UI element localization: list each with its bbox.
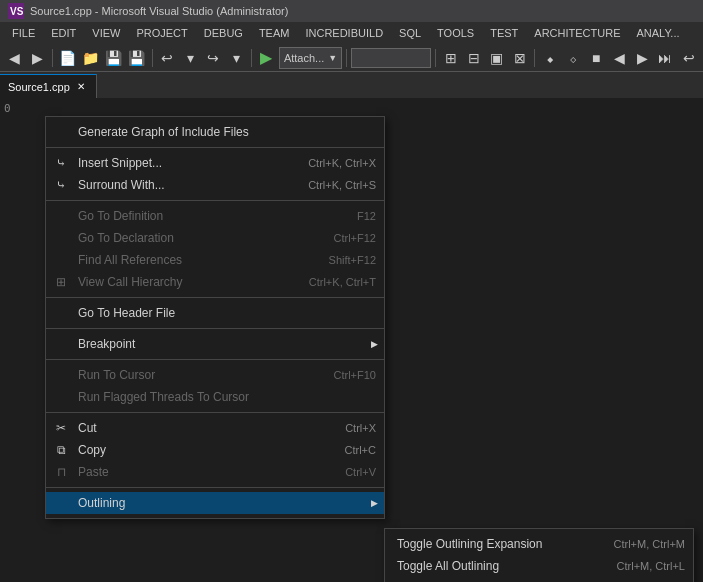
toolbar-sep-6 xyxy=(534,49,535,67)
svg-text:VS: VS xyxy=(10,6,24,17)
surround-icon: ⤷ xyxy=(52,176,70,194)
ctx-go-to-decl[interactable]: Go To Declaration Ctrl+F12 xyxy=(46,227,384,249)
outlining-submenu: Toggle Outlining Expansion Ctrl+M, Ctrl+… xyxy=(384,528,694,582)
ctx-sep-1 xyxy=(46,147,384,148)
tool-btn-5[interactable]: ⬥ xyxy=(539,47,560,69)
ctx-insert-snippet-label: Insert Snippet... xyxy=(78,156,292,170)
ctx-generate-graph[interactable]: Generate Graph of Include Files xyxy=(46,121,384,143)
attach-button[interactable]: Attach... ▼ xyxy=(279,47,342,69)
menu-sql[interactable]: SQL xyxy=(391,25,429,41)
sub-stop-outlining[interactable]: Stop Outlining Ctrl+M, Ctrl+P xyxy=(385,577,693,582)
ctx-surround-with[interactable]: ⤷ Surround With... Ctrl+K, Ctrl+S xyxy=(46,174,384,196)
ctx-view-call-hier-label: View Call Hierarchy xyxy=(78,275,293,289)
tab-source1[interactable]: Source1.cpp ✕ xyxy=(0,74,97,98)
ctx-paste[interactable]: ⊓ Paste Ctrl+V xyxy=(46,461,384,483)
start-button[interactable]: ▶ xyxy=(256,47,277,69)
ctx-breakpoint-label: Breakpoint xyxy=(78,337,376,351)
undo-button[interactable]: ↩ xyxy=(156,47,177,69)
toolbar-sep-5 xyxy=(435,49,436,67)
menu-architecture[interactable]: ARCHITECTURE xyxy=(526,25,628,41)
toolbar: ◀ ▶ 📄 📁 💾 💾 ↩ ▾ ↪ ▾ ▶ Attach... ▼ ⊞ ⊟ ▣ … xyxy=(0,44,703,72)
snippet-icon: ⤷ xyxy=(52,154,70,172)
ctx-go-to-def-shortcut: F12 xyxy=(341,210,376,222)
menu-bar: FILE EDIT VIEW PROJECT DEBUG TEAM INCRED… xyxy=(0,22,703,44)
ctx-go-to-decl-shortcut: Ctrl+F12 xyxy=(318,232,377,244)
ctx-cut[interactable]: ✂ Cut Ctrl+X xyxy=(46,417,384,439)
ctx-go-to-def-label: Go To Definition xyxy=(78,209,341,223)
editor-area[interactable]: 0 Generate Graph of Include Files ⤷ Inse… xyxy=(0,98,703,582)
menu-test[interactable]: TEST xyxy=(482,25,526,41)
ctx-sep-6 xyxy=(46,412,384,413)
save-all-button[interactable]: 💾 xyxy=(126,47,147,69)
ctx-insert-snippet[interactable]: ⤷ Insert Snippet... Ctrl+K, Ctrl+X xyxy=(46,152,384,174)
ctx-sep-5 xyxy=(46,359,384,360)
tool-btn-9[interactable]: ▶ xyxy=(632,47,653,69)
tool-btn-4[interactable]: ⊠ xyxy=(509,47,530,69)
ctx-breakpoint[interactable]: Breakpoint xyxy=(46,333,384,355)
menu-view[interactable]: VIEW xyxy=(84,25,128,41)
sub-toggle-all-outlining[interactable]: Toggle All Outlining Ctrl+M, Ctrl+L xyxy=(385,555,693,577)
ctx-find-all-ref-label: Find All References xyxy=(78,253,313,267)
sub-toggle-outlining-exp[interactable]: Toggle Outlining Expansion Ctrl+M, Ctrl+… xyxy=(385,533,693,555)
ctx-outlining-label: Outlining xyxy=(78,496,376,510)
ctx-sep-7 xyxy=(46,487,384,488)
sub-toggle-outlining-exp-label: Toggle Outlining Expansion xyxy=(397,537,598,551)
vs-logo: VS xyxy=(8,3,24,19)
redo-button[interactable]: ↪ xyxy=(203,47,224,69)
menu-team[interactable]: TEAM xyxy=(251,25,298,41)
ctx-run-flagged-label: Run Flagged Threads To Cursor xyxy=(78,390,376,404)
tool-btn-2[interactable]: ⊟ xyxy=(463,47,484,69)
ctx-copy-label: Copy xyxy=(78,443,329,457)
ctx-run-to-cursor-shortcut: Ctrl+F10 xyxy=(318,369,377,381)
ctx-sep-2 xyxy=(46,200,384,201)
menu-tools[interactable]: TOOLS xyxy=(429,25,482,41)
tool-btn-7[interactable]: ■ xyxy=(586,47,607,69)
menu-incredibuild[interactable]: INCREDIBUILD xyxy=(297,25,391,41)
menu-debug[interactable]: DEBUG xyxy=(196,25,251,41)
ctx-copy[interactable]: ⧉ Copy Ctrl+C xyxy=(46,439,384,461)
ctx-outlining[interactable]: Outlining xyxy=(46,492,384,514)
forward-button[interactable]: ▶ xyxy=(27,47,48,69)
title-bar: VS Source1.cpp - Microsoft Visual Studio… xyxy=(0,0,703,22)
back-button[interactable]: ◀ xyxy=(4,47,25,69)
ctx-go-to-def[interactable]: Go To Definition F12 xyxy=(46,205,384,227)
undo-dropdown[interactable]: ▾ xyxy=(180,47,201,69)
ctx-run-flagged[interactable]: Run Flagged Threads To Cursor xyxy=(46,386,384,408)
tool-btn-8[interactable]: ◀ xyxy=(609,47,630,69)
context-menu: Generate Graph of Include Files ⤷ Insert… xyxy=(45,116,385,519)
ctx-surround-with-label: Surround With... xyxy=(78,178,292,192)
open-file-button[interactable]: 📁 xyxy=(80,47,101,69)
attach-arrow: ▼ xyxy=(328,53,337,63)
attach-label: Attach... xyxy=(284,52,324,64)
menu-file[interactable]: FILE xyxy=(4,25,43,41)
ctx-view-call-hier[interactable]: ⊞ View Call Hierarchy Ctrl+K, Ctrl+T xyxy=(46,271,384,293)
menu-edit[interactable]: EDIT xyxy=(43,25,84,41)
tab-close-button[interactable]: ✕ xyxy=(74,80,88,94)
tool-btn-1[interactable]: ⊞ xyxy=(440,47,461,69)
tool-btn-10[interactable]: ⏭ xyxy=(655,47,676,69)
tab-label: Source1.cpp xyxy=(8,81,70,93)
tab-bar: Source1.cpp ✕ xyxy=(0,72,703,98)
redo-dropdown[interactable]: ▾ xyxy=(226,47,247,69)
ctx-insert-snippet-shortcut: Ctrl+K, Ctrl+X xyxy=(292,157,376,169)
tool-btn-6[interactable]: ⬦ xyxy=(563,47,584,69)
ctx-go-to-header-label: Go To Header File xyxy=(78,306,376,320)
tool-btn-11[interactable]: ↩ xyxy=(678,47,699,69)
sub-toggle-all-outlining-label: Toggle All Outlining xyxy=(397,559,601,573)
ctx-run-to-cursor-label: Run To Cursor xyxy=(78,368,318,382)
ctx-surround-with-shortcut: Ctrl+K, Ctrl+S xyxy=(292,179,376,191)
save-button[interactable]: 💾 xyxy=(103,47,124,69)
new-file-button[interactable]: 📄 xyxy=(57,47,78,69)
menu-project[interactable]: PROJECT xyxy=(128,25,195,41)
ctx-find-all-ref-shortcut: Shift+F12 xyxy=(313,254,376,266)
ctx-go-to-header[interactable]: Go To Header File xyxy=(46,302,384,324)
menu-analyze[interactable]: ANALY... xyxy=(628,25,687,41)
ctx-run-to-cursor[interactable]: Run To Cursor Ctrl+F10 xyxy=(46,364,384,386)
ctx-go-to-decl-label: Go To Declaration xyxy=(78,231,318,245)
ctx-sep-4 xyxy=(46,328,384,329)
tool-btn-3[interactable]: ▣ xyxy=(486,47,507,69)
line-number: 0 xyxy=(0,102,11,115)
search-input[interactable] xyxy=(351,48,431,68)
ctx-find-all-ref[interactable]: Find All References Shift+F12 xyxy=(46,249,384,271)
toolbar-sep-4 xyxy=(346,49,347,67)
